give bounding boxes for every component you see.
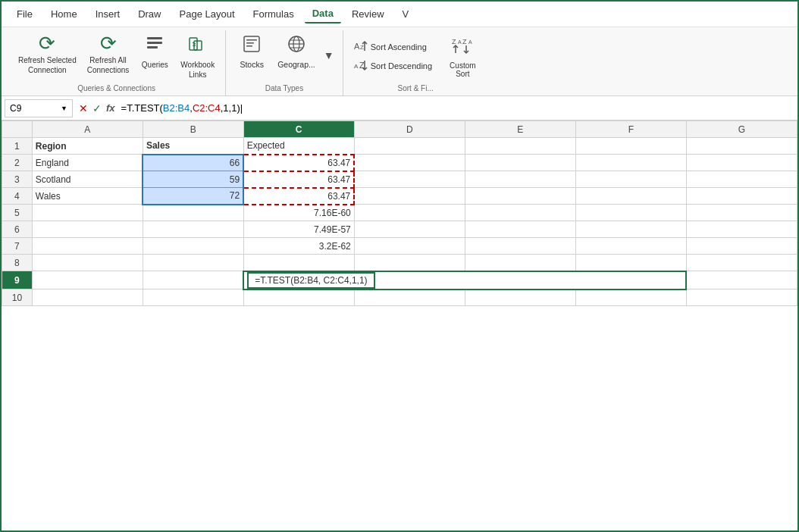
queries-btn[interactable]: Queries xyxy=(135,30,174,73)
formula-input[interactable]: =T.TEST(B2:B4, C2:C4,1,1)| xyxy=(121,102,794,114)
sort-descending-btn[interactable]: A Z Sort Descending xyxy=(349,57,437,76)
cell-a1[interactable]: Region xyxy=(32,138,143,155)
cell-e5[interactable] xyxy=(465,205,575,221)
cell-b3[interactable]: 59 xyxy=(143,171,243,188)
cell-f8[interactable] xyxy=(575,255,686,271)
cell-g4[interactable] xyxy=(686,188,797,205)
cell-a3[interactable]: Scotland xyxy=(32,171,143,188)
row-num-5: 5 xyxy=(2,205,33,221)
cell-c8[interactable] xyxy=(243,255,354,271)
col-header-e[interactable]: E xyxy=(465,121,575,138)
cell-c1[interactable]: Expected xyxy=(243,138,354,155)
cell-e4[interactable] xyxy=(465,188,575,205)
cell-e2[interactable] xyxy=(465,155,575,171)
cell-c5[interactable]: 7.16E-60 xyxy=(243,205,354,221)
cell-d8[interactable] xyxy=(354,255,465,271)
stocks-label: Stocks xyxy=(240,60,264,70)
menu-home[interactable]: Home xyxy=(43,5,85,23)
cell-c7[interactable]: 3.2E-62 xyxy=(243,238,354,255)
cell-b7[interactable] xyxy=(143,238,243,255)
menu-formulas[interactable]: Formulas xyxy=(246,5,302,23)
cell-f2[interactable] xyxy=(575,155,686,171)
workbook-links-btn[interactable]: WorkbookLinks xyxy=(176,30,219,83)
cell-d5[interactable] xyxy=(354,205,465,221)
col-header-c[interactable]: C xyxy=(243,121,354,138)
cell-e8[interactable] xyxy=(465,255,575,271)
cell-b10[interactable] xyxy=(143,289,243,306)
cell-d1[interactable] xyxy=(354,138,465,155)
cell-a10[interactable] xyxy=(32,289,143,306)
cell-a4[interactable]: Wales xyxy=(32,188,143,205)
cell-a6[interactable] xyxy=(32,221,143,238)
cell-f7[interactable] xyxy=(575,238,686,255)
cell-c9[interactable]: =T.TEST(B2:B4, C2:C4,1,1) xyxy=(243,271,686,289)
menu-more[interactable]: V xyxy=(395,5,417,23)
cell-a9[interactable] xyxy=(32,271,143,289)
cell-d6[interactable] xyxy=(354,221,465,238)
menu-page-layout[interactable]: Page Layout xyxy=(172,5,243,23)
cell-c6[interactable]: 7.49E-57 xyxy=(243,221,354,238)
confirm-icon[interactable]: ✓ xyxy=(92,102,102,114)
cell-b9[interactable] xyxy=(143,271,243,289)
cell-g8[interactable] xyxy=(686,255,797,271)
sort-ascending-btn[interactable]: A Z Sort Ascending xyxy=(349,38,437,57)
col-header-d[interactable]: D xyxy=(354,121,465,138)
cell-b4[interactable]: 72 xyxy=(143,188,243,205)
refresh-selected-btn[interactable]: ⟳ Refresh SelectedConnection xyxy=(14,30,81,78)
cell-c10[interactable] xyxy=(243,289,354,306)
cell-d4[interactable] xyxy=(354,188,465,205)
col-header-a[interactable]: A xyxy=(32,121,143,138)
cell-g7[interactable] xyxy=(686,238,797,255)
menu-file[interactable]: File xyxy=(9,5,40,23)
cell-b6[interactable] xyxy=(143,221,243,238)
cell-a7[interactable] xyxy=(32,238,143,255)
stocks-btn[interactable]: Stocks xyxy=(232,30,271,74)
cell-g1[interactable] xyxy=(686,138,797,155)
cell-b1[interactable]: Sales xyxy=(143,138,243,155)
refresh-all-btn[interactable]: ⟳ Refresh AllConnections xyxy=(83,30,134,78)
custom-sort-btn[interactable]: Z A Z A Custom Sort xyxy=(443,32,481,81)
cell-a8[interactable] xyxy=(32,255,143,271)
menu-data[interactable]: Data xyxy=(305,5,341,23)
cell-g2[interactable] xyxy=(686,155,797,171)
menu-review[interactable]: Review xyxy=(344,5,392,23)
cell-b5[interactable] xyxy=(143,205,243,221)
col-header-g[interactable]: G xyxy=(686,121,797,138)
cell-e6[interactable] xyxy=(465,221,575,238)
cell-g9[interactable] xyxy=(686,271,797,289)
cell-c3[interactable]: 63.47 xyxy=(243,171,354,188)
cell-c2[interactable]: 63.47 xyxy=(243,155,354,171)
cell-d2[interactable] xyxy=(354,155,465,171)
cell-g5[interactable] xyxy=(686,205,797,221)
col-header-f[interactable]: F xyxy=(575,121,686,138)
cell-ref-box[interactable]: C9 ▼ xyxy=(5,99,73,117)
cell-e7[interactable] xyxy=(465,238,575,255)
cell-d10[interactable] xyxy=(354,289,465,306)
menu-draw[interactable]: Draw xyxy=(130,5,168,23)
menu-insert[interactable]: Insert xyxy=(88,5,128,23)
cancel-icon[interactable]: ✕ xyxy=(79,102,88,114)
cell-a2[interactable]: England xyxy=(32,155,143,171)
geography-btn[interactable]: Geograp... xyxy=(273,30,320,74)
cell-b8[interactable] xyxy=(143,255,243,271)
custom-sort-label: Custom xyxy=(450,61,475,70)
cell-g10[interactable] xyxy=(686,289,797,306)
cell-f4[interactable] xyxy=(575,188,686,205)
cell-f10[interactable] xyxy=(575,289,686,306)
cell-e10[interactable] xyxy=(465,289,575,306)
cell-f1[interactable] xyxy=(575,138,686,155)
col-header-b[interactable]: B xyxy=(143,121,243,138)
cell-a5[interactable] xyxy=(32,205,143,221)
cell-f5[interactable] xyxy=(575,205,686,221)
cell-d3[interactable] xyxy=(354,171,465,188)
cell-d7[interactable] xyxy=(354,238,465,255)
cell-g6[interactable] xyxy=(686,221,797,238)
cell-b2[interactable]: 66 xyxy=(143,155,243,171)
cell-e1[interactable] xyxy=(465,138,575,155)
cell-c4[interactable]: 63.47 xyxy=(243,188,354,205)
cell-g3[interactable] xyxy=(686,171,797,188)
cell-f6[interactable] xyxy=(575,221,686,238)
cell-e3[interactable] xyxy=(465,171,575,188)
cell-f3[interactable] xyxy=(575,171,686,188)
data-types-dropdown-btn[interactable]: ▼ xyxy=(321,30,337,65)
